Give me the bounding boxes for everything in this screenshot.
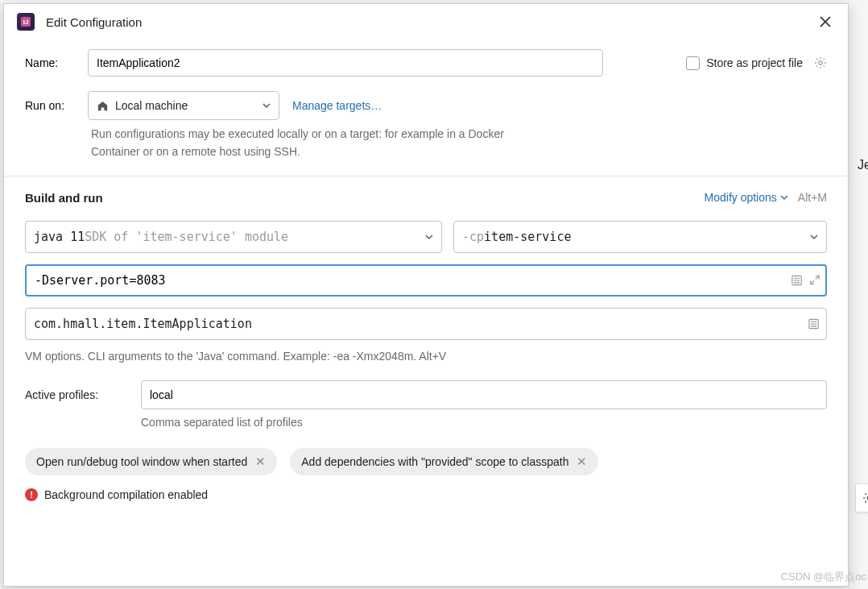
manage-targets-link[interactable]: Manage targets… [292, 99, 382, 112]
titlebar: IJ Edit Configuration [4, 4, 848, 39]
dialog-title: Edit Configuration [46, 15, 816, 29]
close-icon[interactable]: ✕ [577, 454, 587, 469]
tool-window-chip-label: Open run/debug tool window when started [36, 455, 247, 468]
vm-options-input[interactable] [25, 264, 827, 297]
watermark: CSDN @临界点oc [781, 570, 866, 584]
background-text: Je [858, 158, 868, 172]
provided-scope-chip-label: Add dependencies with "provided" scope t… [301, 455, 568, 468]
chevron-down-icon [780, 193, 788, 201]
close-icon [819, 15, 832, 28]
svg-point-0 [819, 61, 822, 64]
main-class-input[interactable]: com.hmall.item.ItemApplication [25, 308, 827, 340]
chevron-down-icon [262, 102, 271, 110]
profiles-hint: Comma separated list of profiles [141, 416, 827, 429]
modify-options-link[interactable]: Modify options [705, 191, 788, 204]
list-icon[interactable] [791, 274, 803, 286]
close-icon[interactable]: ✕ [255, 454, 266, 469]
profiles-input[interactable] [141, 380, 827, 409]
classpath-select[interactable]: -cp item-service [453, 221, 827, 253]
build-run-title: Build and run [25, 191, 705, 205]
main-class-icons [808, 317, 820, 330]
run-on-hint: Run configurations may be executed local… [91, 125, 510, 161]
close-button[interactable] [816, 12, 835, 31]
sdk-suffix: SDK of 'item-service' module [85, 230, 288, 244]
modify-options-label: Modify options [705, 191, 777, 204]
run-on-select[interactable]: Local machine [88, 91, 279, 120]
warning-row: ! Background compilation enabled [25, 488, 827, 501]
run-on-value: Local machine [115, 99, 188, 112]
home-icon [97, 100, 109, 112]
name-label: Name: [25, 56, 88, 69]
provided-scope-chip[interactable]: Add dependencies with "provided" scope t… [290, 448, 598, 475]
side-settings-button[interactable] [855, 483, 868, 512]
warning-text: Background compilation enabled [44, 488, 208, 501]
run-on-label: Run on: [25, 99, 88, 112]
expand-icon[interactable] [809, 275, 820, 286]
store-as-project-wrap: Store as project file [686, 56, 827, 70]
list-icon[interactable] [808, 317, 820, 330]
profiles-label: Active profiles: [25, 388, 130, 401]
run-on-row: Run on: Local machine Manage targets… [25, 91, 827, 120]
modify-options-shortcut: Alt+M [798, 191, 827, 204]
build-run-header: Build and run Modify options Alt+M [25, 191, 827, 205]
name-row: Name: Store as project file [25, 49, 827, 77]
options-chips: Open run/debug tool window when started … [25, 448, 827, 475]
sdk-value: java 11 [34, 230, 85, 244]
divider [4, 176, 848, 176]
vm-input-icons [791, 274, 820, 286]
store-as-project-label: Store as project file [706, 56, 803, 69]
sdk-select[interactable]: java 11 SDK of 'item-service' module [25, 221, 442, 253]
cp-value: item-service [484, 230, 571, 244]
chevron-down-icon [425, 233, 433, 241]
store-as-project-checkbox[interactable] [686, 56, 700, 70]
intellij-icon: IJ [17, 13, 35, 31]
vm-options-wrapper [25, 264, 827, 297]
error-icon: ! [25, 488, 38, 501]
edit-configuration-dialog: IJ Edit Configuration Name: Store as pro… [3, 3, 849, 587]
gear-icon[interactable] [814, 56, 827, 69]
chevron-down-icon [810, 233, 818, 241]
gear-icon [862, 491, 868, 505]
main-class-value: com.hmall.item.ItemApplication [34, 317, 252, 331]
tool-window-chip[interactable]: Open run/debug tool window when started … [25, 448, 277, 475]
profiles-row: Active profiles: [25, 380, 827, 409]
cp-prefix: -cp [462, 230, 484, 244]
sdk-cp-row: java 11 SDK of 'item-service' module -cp… [25, 221, 827, 253]
name-input[interactable] [88, 49, 603, 77]
vm-options-help: VM options. CLI arguments to the 'Java' … [25, 350, 827, 363]
dialog-content: Name: Store as project file Run on: Loca… [4, 39, 848, 511]
